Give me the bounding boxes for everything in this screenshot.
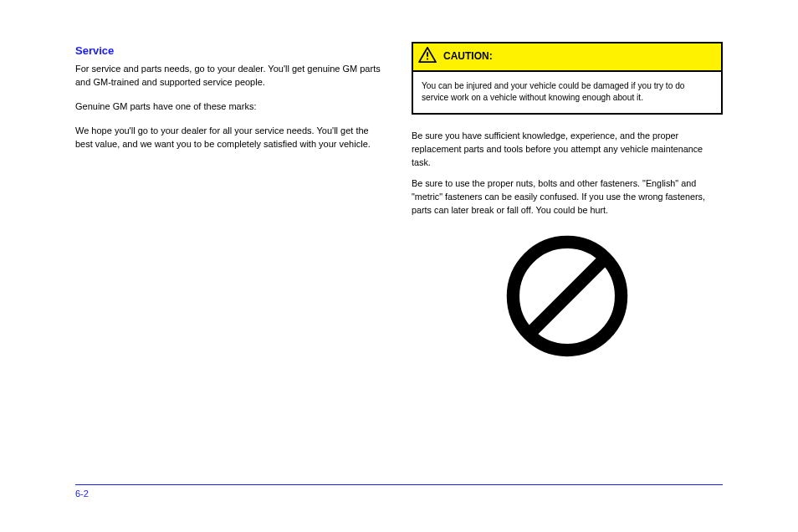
caution-label: CAUTION:: [443, 49, 493, 64]
left-paragraph-1: For service and parts needs, go to your …: [75, 63, 386, 90]
caution-box: CAUTION: You can be injured and your veh…: [412, 42, 723, 115]
caution-header: CAUTION:: [413, 43, 721, 72]
prohibition-symbol: [412, 225, 723, 371]
svg-rect-0: [427, 52, 428, 56]
right-paragraph-2: Be sure to use the proper nuts, bolts an…: [412, 177, 723, 217]
svg-rect-1: [427, 59, 428, 60]
page-number: 6-2: [75, 489, 723, 499]
right-paragraph-1: Be sure you have sufficient knowledge, e…: [412, 130, 723, 169]
left-paragraph-3: We hope you'll go to your dealer for all…: [75, 125, 386, 151]
svg-line-3: [530, 259, 604, 333]
page-footer: 6-2: [75, 484, 723, 499]
warning-triangle-icon: [418, 47, 437, 67]
left-paragraph-2: Genuine GM parts have one of these marks…: [75, 100, 386, 114]
caution-body-text: You can be injured and your vehicle coul…: [413, 72, 721, 114]
section-title: Service: [75, 43, 386, 59]
